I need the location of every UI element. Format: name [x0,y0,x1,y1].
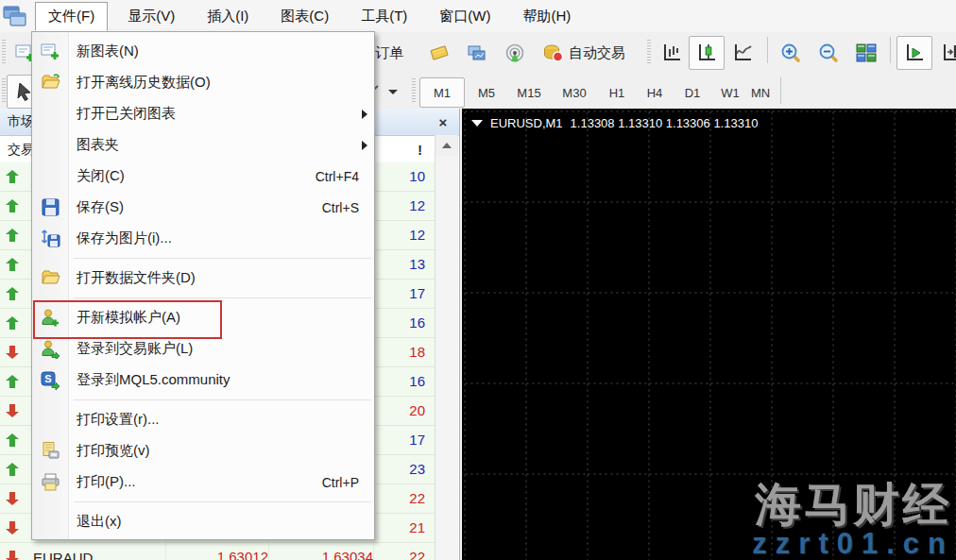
submenu-arrow-icon [362,110,367,119]
menu-insert[interactable]: 插入(I) [195,3,261,30]
zoom-in-icon[interactable] [773,36,809,70]
chart-shift-icon[interactable] [933,36,956,70]
menu-item-save-as-picture[interactable]: 保存为图片(i)... [32,223,374,254]
chart-title: EURUSD,M1 1.13308 1.13310 1.13306 1.1331… [471,116,758,130]
menu-item-open-data-folder[interactable]: 打开数据文件夹(D) [32,263,374,294]
trend-arrow-icon [0,551,31,560]
trend-arrow-icon [0,170,31,183]
close-icon[interactable]: × [435,114,452,130]
toolbar-grip[interactable] [412,78,416,103]
svg-text:S: S [44,373,51,384]
save-icon [41,197,60,217]
trend-arrow-icon [0,229,31,242]
watermark-title: 海马财经 [752,481,954,529]
menu-item-open-closed-charts[interactable]: 打开已关闭图表 [32,98,374,129]
history-center-icon[interactable] [421,36,457,70]
toolbar-grip[interactable] [2,40,6,64]
table-row[interactable]: EURAUD1.630121.6303422 [0,543,435,560]
toolbar-grip[interactable] [2,78,6,103]
tab-timeframe-mn[interactable]: MN [743,77,778,108]
menu-item-print-preview[interactable]: 打印预览(v) [32,435,374,467]
tab-timeframe-h1[interactable]: H1 [597,77,637,108]
print-preview-icon [41,441,60,461]
market-window-icon[interactable] [459,36,495,70]
print-icon [41,472,60,492]
menu-item-print-setup[interactable]: 打印设置(r)... [32,404,374,435]
toolbar-separator [780,77,781,104]
menu-help[interactable]: 帮助(H) [510,3,583,30]
trend-arrow-icon [0,463,31,476]
save-picture-icon [41,229,60,248]
scrollbar[interactable] [435,135,458,560]
tab-timeframe-m15[interactable]: M15 [506,77,552,108]
open-folder-icon [41,73,60,93]
folder-icon [41,268,60,288]
chart-symbol: EURUSD,M1 [490,116,563,130]
menu-file[interactable]: 文件(F) [35,2,108,31]
menu-item-exit[interactable]: 退出(x) [32,506,374,537]
change-column-header[interactable]: ! [371,143,430,158]
candlestick-chart-icon[interactable] [689,36,725,70]
trend-arrow-icon [0,258,31,271]
bar-chart-icon[interactable] [654,36,690,70]
autotrading-label: 自动交易 [569,44,625,62]
autotrading-icon [543,42,564,63]
watermark-url: zzrt01.cn [752,529,954,560]
menu-tools[interactable]: 工具(T) [349,3,419,30]
chevron-down-icon[interactable] [471,120,483,127]
new-chart-icon [41,42,60,61]
menu-item-save[interactable]: 保存(S) Ctrl+S [32,192,374,223]
tab-timeframe-m5[interactable]: M5 [467,77,506,108]
menu-item-profiles[interactable]: 图表夹 [32,129,374,161]
menu-window[interactable]: 窗口(W) [427,3,503,30]
submenu-arrow-icon [362,141,367,150]
trend-arrow-icon [0,375,31,388]
chart-ohlc: 1.13308 1.13310 1.13306 1.13310 [571,116,759,130]
tab-timeframe-d1[interactable]: D1 [673,77,712,108]
mql5-icon: S [41,370,60,390]
mt4-window: 文件(F) 显示(V) 插入(I) 图表(C) 工具(T) 窗口(W) 帮助(H… [0,0,956,560]
new-order-label: 订单 [375,44,403,62]
toolbar-separator [767,37,768,63]
autotrading-button[interactable]: 自动交易 [535,36,634,70]
tab-timeframe-h4[interactable]: H4 [635,77,674,108]
auto-scroll-icon[interactable] [896,36,932,70]
trend-arrow-icon [0,199,31,212]
menu-separator [32,498,374,506]
tab-timeframe-m1[interactable]: M1 [419,77,465,108]
signals-icon[interactable] [497,36,533,70]
menubar: 文件(F) 显示(V) 插入(I) 图表(C) 工具(T) 窗口(W) 帮助(H… [0,0,956,33]
menu-separator [32,254,374,263]
trend-arrow-icon [0,346,31,359]
zoom-out-icon[interactable] [811,36,846,70]
chart-window-icon[interactable] [3,5,27,27]
file-menu: 新图表(N) 打开离线历史数据(O) 打开已关闭图表 图表夹 关闭(C) Ctr… [31,31,375,540]
trend-arrow-icon [0,433,31,447]
trend-arrow-icon [0,521,31,535]
menu-item-login-mql5[interactable]: S 登录到MQL5.community [32,365,374,396]
highlight-annotation-box [33,300,222,339]
menu-view[interactable]: 显示(V) [115,3,187,30]
scroll-up-icon[interactable] [435,135,458,156]
trend-arrow-icon [0,492,31,505]
menu-item-print[interactable]: 打印(P)... Ctrl+P [32,467,374,498]
trend-arrow-icon [0,316,31,330]
line-chart-icon[interactable] [725,36,760,70]
menu-separator [32,396,374,404]
chart-window[interactable]: EURUSD,M1 1.13308 1.13310 1.13306 1.1331… [460,109,956,560]
trend-arrow-icon [0,404,31,417]
login-account-icon [41,339,60,359]
menu-item-new-chart[interactable]: 新图表(N) [32,36,374,67]
tile-windows-icon[interactable] [848,36,884,70]
menu-item-open-offline[interactable]: 打开离线历史数据(O) [32,67,374,98]
menu-charts[interactable]: 图表(C) [268,3,341,30]
toolbar-grip[interactable] [647,40,651,64]
toolbar-separator [890,37,891,63]
chevron-down-icon [388,90,398,94]
watermark: 海马财经 zzrt01.cn [752,481,954,560]
trend-arrow-icon [0,287,31,300]
tab-timeframe-m30[interactable]: M30 [552,77,597,108]
menu-item-close[interactable]: 关闭(C) Ctrl+F4 [32,161,374,192]
